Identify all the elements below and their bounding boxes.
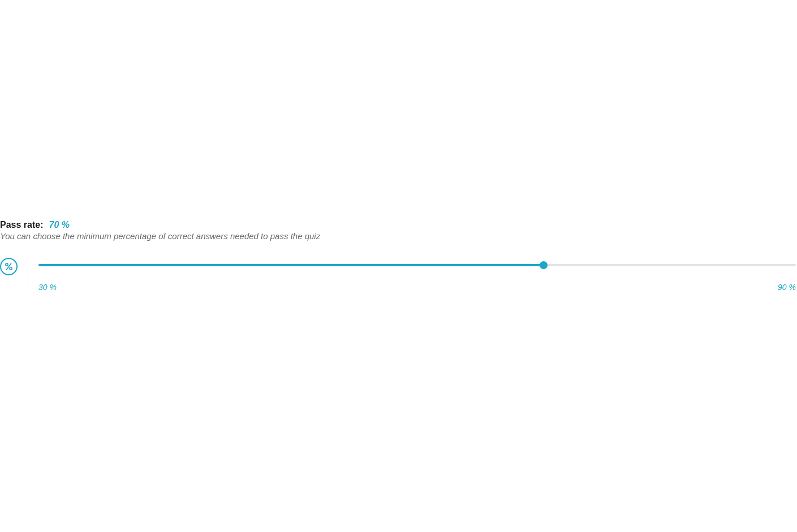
pass-rate-slider[interactable] — [38, 261, 796, 269]
svg-line-2 — [6, 263, 11, 270]
slider-fill — [38, 264, 544, 266]
slider-labels: 30 % 90 % — [38, 283, 796, 292]
slider-column: 30 % 90 % — [38, 257, 797, 292]
percent-glyph-icon — [4, 262, 14, 271]
svg-point-0 — [6, 263, 8, 266]
slider-row: 30 % 90 % — [0, 257, 797, 292]
percent-icon-wrap — [0, 257, 18, 275]
pass-rate-subtitle: You can choose the minimum percentage of… — [0, 231, 797, 241]
percent-icon — [0, 258, 18, 275]
slider-thumb[interactable] — [540, 261, 548, 269]
pass-rate-label: Pass rate: — [0, 220, 44, 230]
svg-point-1 — [10, 267, 12, 270]
slider-max-label: 90 % — [778, 283, 796, 292]
pass-rate-value: 70 % — [49, 220, 70, 230]
slider-min-label: 30 % — [38, 283, 57, 292]
pass-rate-section: Pass rate: 70 % You can choose the minim… — [0, 220, 797, 292]
vertical-divider — [28, 257, 28, 288]
pass-rate-header: Pass rate: 70 % — [0, 220, 797, 230]
